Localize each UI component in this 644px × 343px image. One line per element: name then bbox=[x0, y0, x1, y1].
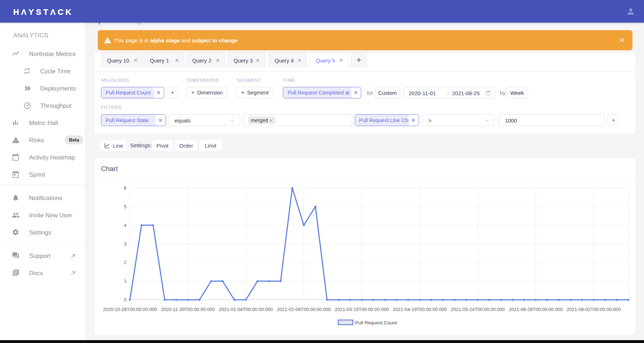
svg-text:Pull Request Count: Pull Request Count bbox=[355, 320, 397, 325]
svg-text:1: 1 bbox=[124, 278, 126, 284]
svg-text:2020-10-26T00:00:00.000: 2020-10-26T00:00:00.000 bbox=[103, 307, 157, 312]
svg-text:0: 0 bbox=[124, 297, 126, 302]
svg-text:3: 3 bbox=[124, 241, 126, 247]
svg-text:2021-06-28T00:00:00.000: 2021-06-28T00:00:00.000 bbox=[509, 307, 563, 312]
svg-text:5: 5 bbox=[124, 204, 126, 209]
svg-text:2021-05-24T00:00:00.000: 2021-05-24T00:00:00.000 bbox=[451, 307, 505, 312]
svg-text:2021-03-15T00:00:00.000: 2021-03-15T00:00:00.000 bbox=[335, 307, 389, 312]
svg-text:2021-08-02T00:00:00.000: 2021-08-02T00:00:00.000 bbox=[567, 307, 621, 312]
svg-text:2020-11-30T00:00:00.000: 2020-11-30T00:00:00.000 bbox=[161, 307, 215, 312]
svg-text:2: 2 bbox=[124, 260, 126, 265]
svg-text:2021-02-08T00:00:00.000: 2021-02-08T00:00:00.000 bbox=[277, 307, 331, 312]
svg-text:6: 6 bbox=[124, 185, 126, 191]
svg-text:2021-01-04T00:00:00.000: 2021-01-04T00:00:00.000 bbox=[219, 307, 273, 312]
svg-text:2021-04-19T00:00:00.000: 2021-04-19T00:00:00.000 bbox=[393, 307, 447, 312]
svg-text:4: 4 bbox=[124, 223, 126, 228]
